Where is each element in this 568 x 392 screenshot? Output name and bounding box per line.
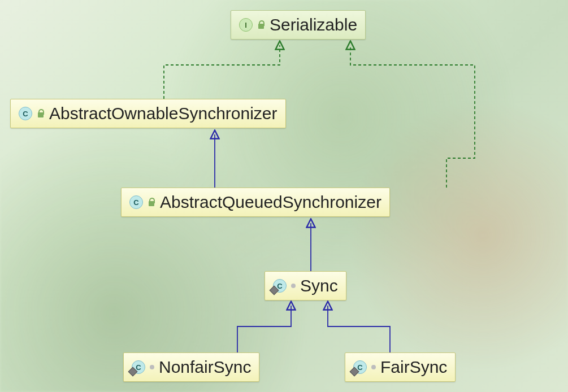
node-label: AbstractQueuedSynchronizer: [160, 193, 381, 212]
node-abstract-ownable-synchronizer[interactable]: C AbstractOwnableSynchronizer: [10, 99, 286, 128]
node-label: FairSync: [380, 358, 447, 377]
class-icon: C: [19, 107, 32, 120]
node-nonfair-sync[interactable]: C NonfairSync: [123, 352, 259, 382]
class-icon: C: [132, 360, 145, 374]
node-fair-sync[interactable]: C FairSync: [345, 352, 456, 382]
lock-icon: [257, 20, 265, 29]
node-abstract-queued-synchronizer[interactable]: C AbstractQueuedSynchronizer: [121, 188, 390, 217]
node-sync[interactable]: C Sync: [265, 271, 346, 300]
class-icon: C: [273, 279, 287, 293]
lock-icon: [37, 109, 45, 118]
dot-icon: [150, 365, 154, 369]
node-serializable[interactable]: I Serializable: [231, 10, 366, 40]
class-icon: C: [353, 360, 367, 374]
class-icon: C: [129, 195, 143, 209]
node-label: NonfairSync: [159, 358, 251, 377]
node-label: Serializable: [270, 15, 357, 34]
lock-icon: [148, 198, 155, 207]
dot-icon: [291, 284, 296, 288]
node-label: AbstractOwnableSynchronizer: [49, 104, 278, 123]
node-label: Sync: [300, 276, 338, 295]
dot-icon: [371, 365, 376, 369]
interface-icon: I: [239, 18, 253, 32]
